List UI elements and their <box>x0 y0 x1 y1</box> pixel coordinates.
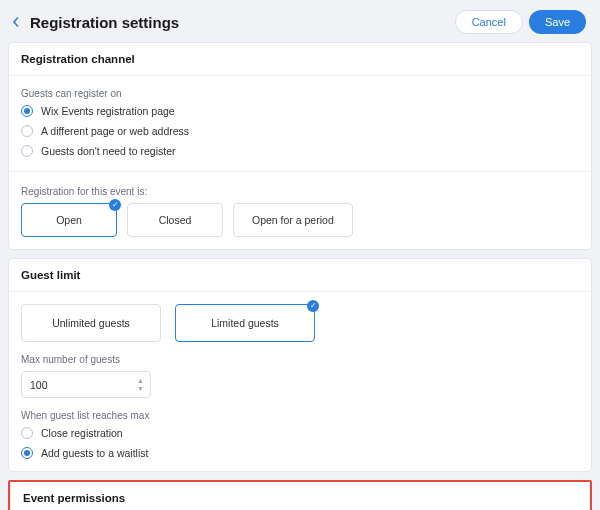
max-guests-input[interactable]: 100 ▲ ▼ <box>21 371 151 398</box>
status-closed[interactable]: Closed <box>127 203 223 237</box>
event-permissions-card: Event permissions Who can RSVP to events… <box>10 482 590 510</box>
radio-icon <box>21 145 33 157</box>
radio-close-registration[interactable]: Close registration <box>21 427 579 439</box>
back-icon[interactable] <box>8 14 24 30</box>
pill-label: Closed <box>159 214 192 226</box>
pill-label: Unlimited guests <box>52 317 130 329</box>
chevron-down-icon[interactable]: ▼ <box>137 385 144 392</box>
max-guests-value: 100 <box>30 379 48 391</box>
guest-limit-mode-group: Unlimited guests Limited guests <box>21 304 579 342</box>
registration-status-group: Open Closed Open for a period <box>21 203 579 237</box>
status-open[interactable]: Open <box>21 203 117 237</box>
page-header: Registration settings Cancel Save <box>0 0 600 42</box>
mode-limited[interactable]: Limited guests <box>175 304 315 342</box>
radio-label: Add guests to a waitlist <box>41 447 148 459</box>
card-title-event-permissions: Event permissions <box>11 482 589 510</box>
registration-channel-card: Registration channel Guests can register… <box>8 42 592 250</box>
check-badge-icon <box>307 300 319 312</box>
card-title-guest-limit: Guest limit <box>9 259 591 292</box>
mode-unlimited[interactable]: Unlimited guests <box>21 304 161 342</box>
radio-add-waitlist[interactable]: Add guests to a waitlist <box>21 447 579 459</box>
quantity-stepper[interactable]: ▲ ▼ <box>137 377 144 392</box>
registration-status-label: Registration for this event is: <box>21 186 579 197</box>
card-title-registration-channel: Registration channel <box>9 43 591 76</box>
cancel-button[interactable]: Cancel <box>455 10 523 34</box>
max-action-label: When guest list reaches max <box>21 410 579 421</box>
max-guests-label: Max number of guests <box>21 354 579 365</box>
radio-icon <box>21 427 33 439</box>
pill-label: Open <box>56 214 82 226</box>
radio-icon <box>21 125 33 137</box>
pill-label: Limited guests <box>211 317 279 329</box>
status-open-period[interactable]: Open for a period <box>233 203 353 237</box>
guest-limit-card: Guest limit Unlimited guests Limited gue… <box>8 258 592 472</box>
pill-label: Open for a period <box>252 214 334 226</box>
radio-no-register[interactable]: Guests don't need to register <box>21 145 579 157</box>
chevron-up-icon[interactable]: ▲ <box>137 377 144 384</box>
radio-label: A different page or web address <box>41 125 189 137</box>
max-action-group: Close registration Add guests to a waitl… <box>21 427 579 459</box>
radio-icon <box>21 105 33 117</box>
radio-label: Close registration <box>41 427 123 439</box>
radio-different-page[interactable]: A different page or web address <box>21 125 579 137</box>
page-title: Registration settings <box>30 14 179 31</box>
save-button[interactable]: Save <box>529 10 586 34</box>
radio-label: Wix Events registration page <box>41 105 175 117</box>
radio-wix-events-page[interactable]: Wix Events registration page <box>21 105 579 117</box>
event-permissions-highlight: Event permissions Who can RSVP to events… <box>8 480 592 510</box>
radio-icon <box>21 447 33 459</box>
check-badge-icon <box>109 199 121 211</box>
register-on-label: Guests can register on <box>21 88 579 99</box>
register-on-group: Wix Events registration page A different… <box>21 105 579 157</box>
radio-label: Guests don't need to register <box>41 145 176 157</box>
